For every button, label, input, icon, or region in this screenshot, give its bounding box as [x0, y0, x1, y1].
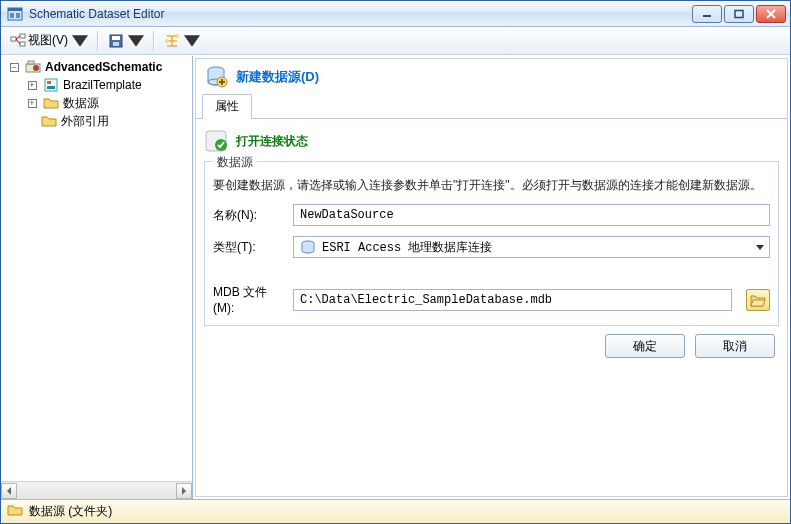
tree-item-label: AdvancedSchematic — [43, 60, 164, 74]
close-button[interactable] — [756, 5, 786, 23]
status-bar: 数据源 (文件夹) — [1, 499, 790, 523]
svg-rect-1 — [8, 8, 22, 11]
fieldset-description: 要创建数据源，请选择或输入连接参数并单击"打开连接"。必须打开与数据源的连接才能… — [213, 177, 770, 194]
svg-line-12 — [16, 39, 20, 44]
fieldset-title: 数据源 — [213, 154, 257, 171]
tree-item-label: 外部引用 — [59, 113, 111, 130]
type-select[interactable]: ESRI Access 地理数据库连接 — [293, 236, 770, 258]
browse-button[interactable] — [746, 289, 770, 311]
window-title: Schematic Dataset Editor — [29, 7, 692, 21]
tab-strip: 属性 — [196, 95, 787, 119]
chevron-down-icon — [184, 33, 200, 49]
file-row: MDB 文件(M): — [213, 284, 770, 315]
type-selected-value: ESRI Access 地理数据库连接 — [322, 239, 492, 256]
content-title: 新建数据源(D) — [236, 68, 319, 86]
svg-point-24 — [33, 65, 39, 71]
mdb-file-input[interactable] — [293, 289, 732, 311]
folder-icon — [7, 502, 23, 521]
main-content-panel: 新建数据源(D) 属性 打开连接状态 数据源 要创建数据源，请选择或输入连接参数… — [195, 58, 788, 497]
type-row: 类型(T): ESRI Access 地理数据库连接 — [213, 236, 770, 258]
cancel-button[interactable]: 取消 — [695, 334, 775, 358]
svg-rect-25 — [45, 79, 57, 91]
svg-rect-9 — [20, 34, 25, 38]
folder-icon — [43, 95, 59, 111]
sidebar-tree-panel: − AdvancedSchematic + BrazilTemplate + 数… — [1, 56, 193, 499]
schematic-icon — [10, 33, 26, 49]
tree-item-label: 数据源 — [61, 95, 101, 112]
scroll-left-button[interactable] — [1, 483, 17, 499]
generate-diagrams-button[interactable] — [159, 30, 205, 52]
tab-content-area: 打开连接状态 数据源 要创建数据源，请选择或输入连接参数并单击"打开连接"。必须… — [196, 119, 787, 496]
folder-icon — [41, 113, 57, 129]
app-icon — [7, 6, 23, 22]
minimize-button[interactable] — [692, 5, 722, 23]
ok-button-label: 确定 — [633, 338, 657, 355]
svg-point-21 — [175, 34, 179, 38]
maximize-button[interactable] — [724, 5, 754, 23]
tab-properties[interactable]: 属性 — [202, 94, 252, 119]
datasource-fieldset: 数据源 要创建数据源，请选择或输入连接参数并单击"打开连接"。必须打开与数据源的… — [204, 161, 779, 326]
svg-rect-3 — [16, 13, 20, 18]
collapse-icon[interactable]: − — [10, 63, 19, 72]
chevron-down-icon — [72, 33, 88, 49]
save-icon — [108, 33, 124, 49]
chevron-down-icon — [751, 237, 769, 257]
status-text: 数据源 (文件夹) — [29, 503, 112, 520]
tree-root-item[interactable]: − AdvancedSchematic — [1, 58, 192, 76]
dataset-icon — [25, 59, 41, 75]
tree-item[interactable]: + 数据源 — [1, 94, 192, 112]
content-header: 新建数据源(D) — [196, 59, 787, 95]
dialog-button-row: 确定 取消 — [204, 326, 779, 360]
view-menu-label: 视图(V) — [28, 32, 68, 49]
tree-view[interactable]: − AdvancedSchematic + BrazilTemplate + 数… — [1, 56, 192, 481]
ok-button[interactable]: 确定 — [605, 334, 685, 358]
connection-status-row: 打开连接状态 — [204, 129, 779, 153]
name-input[interactable] — [293, 204, 770, 226]
sidebar-horizontal-scrollbar[interactable] — [1, 481, 192, 499]
svg-rect-14 — [112, 36, 120, 40]
save-button[interactable] — [103, 30, 149, 52]
sparkle-diagram-icon — [164, 33, 180, 49]
scroll-right-button[interactable] — [176, 483, 192, 499]
svg-rect-8 — [11, 37, 16, 41]
tree-item[interactable]: + BrazilTemplate — [1, 76, 192, 94]
svg-line-11 — [16, 36, 20, 39]
connection-status-text: 打开连接状态 — [236, 133, 308, 150]
svg-rect-10 — [20, 42, 25, 46]
file-label: MDB 文件(M): — [213, 284, 283, 315]
name-row: 名称(N): — [213, 204, 770, 226]
scrollbar-track[interactable] — [17, 485, 176, 497]
svg-rect-5 — [735, 10, 743, 17]
tree-item[interactable]: 外部引用 — [1, 112, 192, 130]
view-menu-button[interactable]: 视图(V) — [5, 30, 93, 52]
svg-rect-2 — [10, 13, 14, 18]
svg-rect-15 — [113, 42, 119, 46]
expand-icon[interactable]: + — [28, 99, 37, 108]
chevron-down-icon — [128, 33, 144, 49]
open-folder-icon — [750, 293, 766, 307]
template-icon — [43, 77, 59, 93]
toolbar-separator — [153, 31, 155, 51]
tab-label: 属性 — [215, 99, 239, 113]
datasource-large-icon — [204, 64, 228, 91]
checkmark-ok-icon — [204, 129, 228, 153]
window-titlebar: Schematic Dataset Editor — [1, 1, 790, 27]
expand-icon[interactable]: + — [28, 81, 37, 90]
type-label: 类型(T): — [213, 239, 283, 256]
toolbar-separator — [97, 31, 99, 51]
name-label: 名称(N): — [213, 207, 283, 224]
database-icon — [300, 239, 316, 255]
tree-item-label: BrazilTemplate — [61, 78, 144, 92]
cancel-button-label: 取消 — [723, 338, 747, 355]
svg-rect-26 — [47, 81, 51, 84]
svg-point-20 — [165, 39, 169, 43]
body-split: − AdvancedSchematic + BrazilTemplate + 数… — [1, 55, 790, 499]
svg-rect-23 — [28, 61, 34, 64]
svg-rect-27 — [47, 86, 55, 89]
main-toolbar: 视图(V) — [1, 27, 790, 55]
